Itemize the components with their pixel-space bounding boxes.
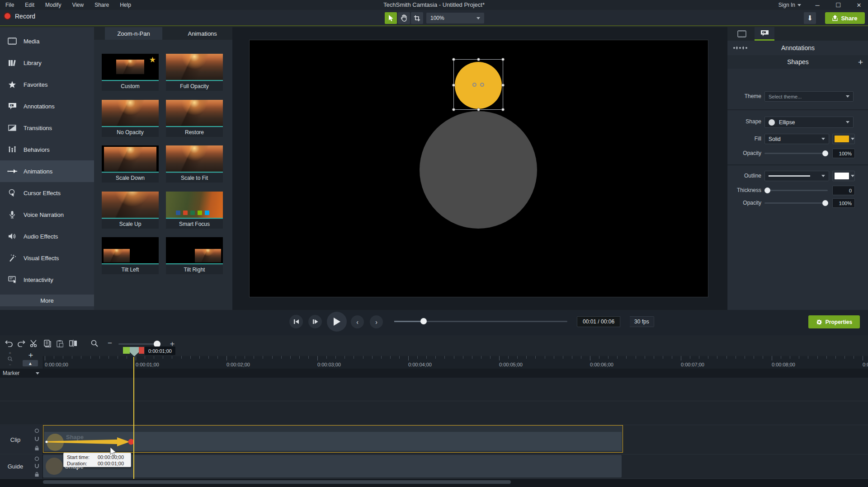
track-lock-icon[interactable] bbox=[34, 472, 39, 477]
outline-opacity-value[interactable]: 100% bbox=[832, 198, 855, 208]
undo-button[interactable] bbox=[3, 337, 14, 349]
sidebar-item-animations[interactable]: Animations bbox=[0, 160, 94, 182]
playhead-out-handle[interactable] bbox=[139, 347, 144, 354]
outline-style-dropdown[interactable] bbox=[764, 171, 829, 181]
sidebar-item-cursor-effects[interactable]: Cursor Effects bbox=[0, 182, 94, 204]
resize-handle-s[interactable] bbox=[477, 108, 480, 111]
resize-handle-w[interactable] bbox=[452, 84, 455, 87]
resize-handle-ne[interactable] bbox=[501, 58, 505, 61]
select-tool-button[interactable] bbox=[385, 12, 397, 24]
shape-dropdown[interactable]: Ellipse bbox=[764, 117, 854, 128]
collapse-tracks-button[interactable]: ▲ bbox=[23, 360, 38, 366]
track-magnet-icon[interactable] bbox=[34, 436, 39, 442]
maximize-button[interactable]: ☐ bbox=[834, 2, 843, 9]
canvas-zoom-dropdown[interactable]: 100% bbox=[426, 13, 484, 23]
resize-handle-e[interactable] bbox=[501, 84, 505, 87]
crop-tool-button[interactable] bbox=[411, 12, 423, 24]
play-button[interactable] bbox=[327, 312, 347, 332]
tab-media-properties[interactable] bbox=[732, 27, 752, 41]
fill-color-swatch[interactable] bbox=[832, 134, 855, 144]
center-anchor-handle[interactable] bbox=[472, 83, 476, 87]
previous-frame-button[interactable] bbox=[289, 315, 303, 328]
sidebar-item-interactivity[interactable]: Interactivity bbox=[0, 269, 94, 290]
more-button[interactable]: More bbox=[0, 295, 94, 306]
timeline-ruler[interactable]: 0:00:00;00 0:00:01;00 0:00:02;00 0:00:03… bbox=[43, 356, 868, 369]
sidebar-item-library[interactable]: Library bbox=[0, 52, 94, 74]
sidebar-item-voice-narration[interactable]: Voice Narration bbox=[0, 204, 94, 225]
fill-opacity-value[interactable]: 100% bbox=[832, 149, 855, 158]
minimize-button[interactable]: ─ bbox=[813, 2, 822, 9]
close-button[interactable]: ✕ bbox=[854, 2, 863, 9]
gray-circle-shape[interactable] bbox=[420, 111, 537, 229]
empty-lane-1[interactable] bbox=[0, 378, 868, 401]
sidebar-item-audio-effects[interactable]: Audio Effects bbox=[0, 225, 94, 247]
playhead-line[interactable] bbox=[133, 357, 134, 479]
outline-opacity-slider[interactable] bbox=[764, 202, 828, 204]
playhead-in-handle[interactable] bbox=[123, 347, 130, 354]
sidebar-item-media[interactable]: Media bbox=[0, 30, 94, 52]
animation-arrow[interactable] bbox=[45, 435, 135, 448]
sidebar-item-transitions[interactable]: Transitions bbox=[0, 117, 94, 139]
sidebar-item-visual-effects[interactable]: Visual Effects bbox=[0, 247, 94, 269]
thickness-value[interactable]: 0 bbox=[832, 186, 855, 195]
animation-preset-scale-up[interactable]: Scale Up bbox=[102, 192, 159, 229]
rotation-handle[interactable] bbox=[480, 83, 484, 87]
animation-preset-no-opacity[interactable]: No Opacity bbox=[102, 100, 159, 137]
resize-handle-se[interactable] bbox=[501, 108, 505, 111]
paste-button[interactable] bbox=[54, 337, 66, 349]
scrollbar-handle[interactable] bbox=[43, 480, 511, 484]
jump-back-button[interactable]: ‹ bbox=[351, 315, 364, 328]
animation-preset-tilt-left[interactable]: Tilt Left bbox=[102, 237, 159, 274]
fill-style-dropdown[interactable]: Solid bbox=[764, 134, 829, 144]
sidebar-item-annotations[interactable]: a Annotations bbox=[0, 95, 94, 117]
tab-zoom-n-pan[interactable]: Zoom-n-Pan bbox=[105, 27, 163, 40]
animation-preset-scale-to-fit[interactable]: Scale to Fit bbox=[166, 145, 223, 183]
tab-animations[interactable]: Animations bbox=[172, 27, 232, 40]
timeline-zoom-slider[interactable] bbox=[118, 343, 159, 345]
next-frame-button[interactable] bbox=[308, 315, 322, 328]
outline-color-swatch[interactable] bbox=[832, 171, 855, 181]
split-button[interactable] bbox=[67, 337, 79, 349]
animation-preset-smart-focus[interactable]: Smart Focus bbox=[166, 192, 223, 229]
fill-opacity-slider[interactable] bbox=[764, 153, 828, 154]
selected-clip[interactable]: Shape bbox=[43, 425, 623, 453]
timeline-scrollbar[interactable] bbox=[0, 479, 868, 487]
sidebar-item-behaviors[interactable]: Behaviors bbox=[0, 139, 94, 160]
cut-button[interactable] bbox=[28, 337, 40, 349]
sign-in-button[interactable]: Sign In bbox=[778, 2, 801, 8]
copy-button[interactable] bbox=[42, 337, 53, 349]
empty-lane-2[interactable] bbox=[0, 402, 868, 425]
animation-preset-restore[interactable]: Restore bbox=[166, 100, 223, 137]
zoom-out-button[interactable]: − bbox=[104, 337, 116, 349]
playhead-head[interactable] bbox=[130, 347, 139, 356]
record-button[interactable]: Record bbox=[4, 12, 35, 20]
tab-annotation-properties[interactable]: a bbox=[755, 27, 774, 41]
track-header-clip[interactable]: Clip bbox=[0, 426, 43, 454]
track-magnet-icon[interactable] bbox=[34, 464, 39, 469]
canvas[interactable] bbox=[249, 40, 708, 297]
favorite-star-icon[interactable]: ★ bbox=[149, 55, 156, 65]
properties-button[interactable]: Properties bbox=[808, 315, 860, 328]
selection-box[interactable] bbox=[453, 59, 503, 110]
track-height-widget[interactable]: ＋ － ● bbox=[5, 350, 14, 371]
resize-handle-nw[interactable] bbox=[452, 58, 455, 61]
redo-button[interactable] bbox=[15, 337, 27, 349]
track-visibility-icon[interactable] bbox=[34, 456, 39, 461]
theme-dropdown[interactable]: Select theme... bbox=[764, 91, 854, 102]
animation-preset-tilt-right[interactable]: Tilt Right bbox=[166, 237, 223, 274]
track-visibility-icon[interactable] bbox=[34, 428, 39, 433]
add-track-button[interactable]: ＋ bbox=[25, 351, 36, 359]
sidebar-item-favorites[interactable]: Favorites bbox=[0, 74, 94, 95]
download-button[interactable]: ⬇ bbox=[804, 12, 816, 24]
share-button[interactable]: Share bbox=[825, 12, 865, 24]
animation-preset-custom[interactable]: ★ Custom bbox=[102, 54, 159, 91]
marker-row[interactable]: Marker bbox=[0, 369, 868, 378]
thickness-slider[interactable] bbox=[764, 190, 828, 191]
resize-handle-sw[interactable] bbox=[452, 108, 455, 111]
track-header-guide[interactable]: Guide bbox=[0, 455, 43, 479]
resize-handle-n[interactable] bbox=[477, 58, 480, 61]
track-lock-icon[interactable] bbox=[34, 445, 39, 451]
pan-tool-button[interactable] bbox=[398, 12, 410, 24]
jump-forward-button[interactable]: › bbox=[370, 315, 383, 328]
seek-slider-knob[interactable] bbox=[420, 318, 427, 324]
